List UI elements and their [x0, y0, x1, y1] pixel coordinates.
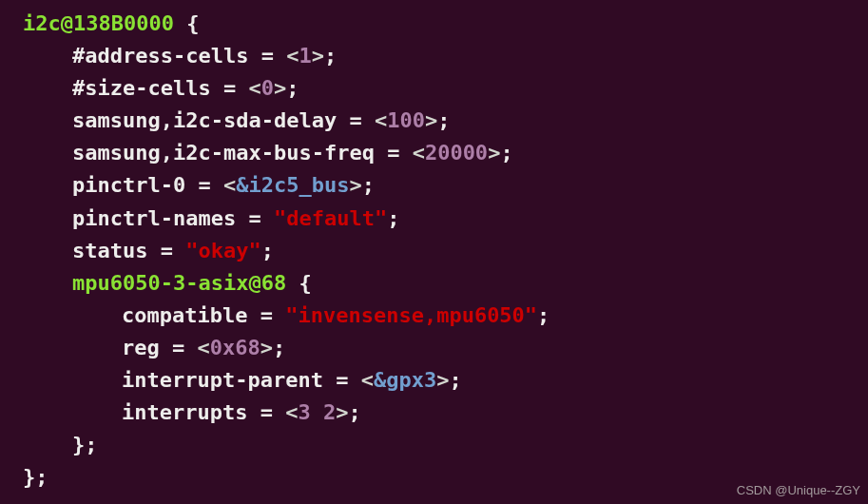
angle-close: > [436, 368, 449, 392]
equals: = [337, 108, 375, 132]
equals: = [211, 76, 249, 100]
code-line: pinctrl-names = "default"; [23, 203, 868, 235]
equals: = [160, 336, 198, 359]
property-key: samsung,i2c-sda-delay [72, 108, 337, 132]
angle-open: < [198, 336, 210, 359]
equals: = [185, 173, 223, 197]
code-line: mpu6050-3-asix@68 { [23, 267, 868, 300]
angle-open: < [248, 76, 260, 100]
space [311, 400, 323, 424]
code-line: interrupt-parent = <&gpx3>; [23, 364, 868, 397]
child-node-name: mpu6050-3-asix@68 [72, 271, 286, 295]
equals: = [236, 206, 274, 230]
semicolon: ; [324, 44, 337, 68]
number-literal: 0 [261, 76, 274, 100]
device-tree-code: i2c@138B0000 { #address-cells = <1>; #si… [23, 8, 868, 494]
equals: = [147, 239, 185, 262]
code-line: #size-cells = <0>; [23, 72, 868, 105]
semicolon: ; [273, 336, 285, 359]
semicolon: ; [449, 368, 461, 392]
angle-close: > [349, 173, 361, 197]
property-key: pinctrl-0 [72, 173, 185, 197]
code-line: i2c@138B0000 { [23, 8, 868, 40]
reference: &i2c5_bus [236, 173, 349, 197]
equals: = [247, 400, 285, 424]
angle-open: < [361, 368, 374, 392]
angle-open: < [413, 141, 425, 165]
code-line: samsung,i2c-sda-delay = <100>; [23, 105, 868, 137]
property-key: pinctrl-names [72, 206, 236, 230]
property-key: compatible [122, 303, 247, 327]
code-line: samsung,i2c-max-bus-freq = <20000>; [23, 137, 868, 169]
number-literal: 1 [299, 44, 311, 68]
semicolon: ; [286, 76, 299, 100]
angle-open: < [286, 44, 299, 68]
property-key: status [72, 239, 147, 262]
string-literal: "default" [274, 206, 387, 230]
angle-close: > [336, 400, 348, 424]
angle-close: > [274, 76, 286, 100]
equals: = [248, 44, 286, 68]
close-brace: }; [23, 465, 48, 489]
angle-open: < [285, 400, 298, 424]
semicolon: ; [537, 303, 550, 327]
semicolon: ; [261, 239, 274, 262]
equals: = [375, 141, 413, 165]
reference: &gpx3 [374, 368, 436, 392]
code-line: compatible = "invensense,mpu6050"; [23, 300, 868, 332]
code-line: interrupts = <3 2>; [23, 397, 868, 429]
semicolon: ; [362, 173, 375, 197]
code-line: status = "okay"; [23, 235, 868, 267]
node-name: i2c@138B0000 [23, 11, 174, 35]
angle-close: > [260, 336, 273, 359]
semicolon: ; [387, 206, 399, 230]
equals: = [247, 303, 285, 327]
semicolon: ; [500, 141, 512, 165]
code-line: #address-cells = <1>; [23, 40, 868, 72]
property-key: reg [122, 336, 160, 359]
angle-open: < [375, 108, 387, 132]
open-brace: { [286, 271, 312, 295]
property-key: #size-cells [72, 76, 211, 100]
property-key: samsung,i2c-max-bus-freq [72, 141, 375, 165]
angle-close: > [488, 141, 500, 165]
code-line: }; [23, 429, 868, 461]
string-literal: "invensense,mpu6050" [285, 303, 537, 327]
number-literal: 0x68 [210, 336, 260, 359]
equals: = [323, 368, 361, 392]
angle-open: < [223, 173, 236, 197]
code-line: reg = <0x68>; [23, 332, 868, 364]
number-literal: 100 [387, 108, 425, 132]
watermark: CSDN @Unique--ZGY [737, 481, 860, 500]
open-brace: { [174, 11, 200, 35]
property-key: interrupts [122, 400, 247, 424]
number-literal: 2 [323, 400, 336, 424]
angle-close: > [425, 108, 437, 132]
semicolon: ; [437, 108, 450, 132]
string-literal: "okay" [185, 239, 260, 262]
semicolon: ; [348, 400, 360, 424]
close-brace: }; [72, 433, 98, 456]
number-literal: 3 [298, 400, 310, 424]
property-key: interrupt-parent [122, 368, 323, 392]
property-key: #address-cells [72, 44, 248, 68]
code-line: pinctrl-0 = <&i2c5_bus>; [23, 169, 868, 202]
angle-close: > [312, 44, 324, 68]
number-literal: 20000 [425, 141, 488, 165]
